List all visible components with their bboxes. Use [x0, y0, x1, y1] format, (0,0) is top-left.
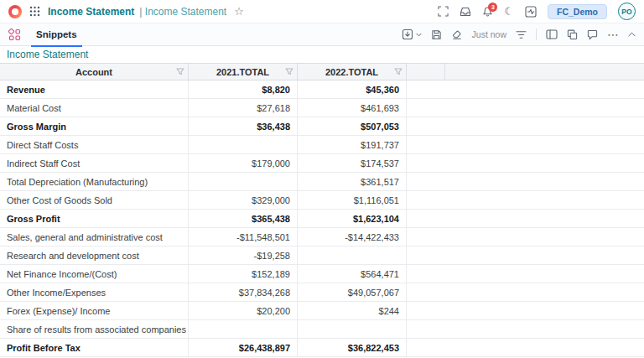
table-row: Research and development cost -$19,258: [0, 246, 644, 265]
account-cell[interactable]: Profit Before Tax: [0, 339, 189, 356]
value-cell-2022[interactable]: $564,471: [298, 265, 407, 283]
income-statement-table: Account 2021.TOTAL 2022.TOTAL Revenue: [0, 64, 644, 357]
account-cell[interactable]: Other Income/Expenses: [0, 283, 189, 301]
value-cell-2021[interactable]: [189, 320, 298, 338]
top-bar: Income Statement | Income Statement ☆ 3: [0, 0, 644, 23]
top-bar-left: Income Statement | Income Statement ☆: [8, 5, 244, 18]
value-cell-2021[interactable]: [189, 173, 298, 190]
value-cell-2021[interactable]: $36,438: [189, 117, 298, 135]
account-cell[interactable]: Total Depreciation (Manufacturing): [0, 173, 189, 190]
filter-lines-icon[interactable]: [516, 30, 527, 39]
column-header-2022[interactable]: 2022.TOTAL: [298, 64, 407, 80]
table-row: Gross Profit $365,438 $1,623,104: [0, 210, 644, 228]
table-row: Indirect Staff Cost $179,000 $174,537: [0, 154, 644, 173]
table-row: Share of results from associated compani…: [0, 320, 644, 339]
filter-funnel-icon[interactable]: [394, 68, 402, 75]
copy-icon[interactable]: [567, 29, 578, 40]
value-cell-2022[interactable]: $36,822,453: [298, 339, 407, 356]
table-row: Sales, general and administrative cost -…: [0, 228, 644, 246]
account-cell[interactable]: Share of results from associated compani…: [0, 320, 189, 338]
filter-funnel-icon[interactable]: [285, 68, 293, 75]
value-cell-2022[interactable]: $1,623,104: [298, 210, 407, 227]
account-cell[interactable]: Other Cost of Goods Sold: [0, 191, 189, 209]
table-row: Forex (Expense)/ Income $20,200 $244: [0, 302, 644, 320]
value-cell-2022[interactable]: $244: [298, 302, 407, 319]
account-cell[interactable]: Revenue: [0, 80, 189, 98]
value-cell-2022[interactable]: $507,053: [298, 117, 407, 135]
value-cell-2022[interactable]: [298, 246, 407, 264]
account-cell[interactable]: Net Finance Income/(Cost): [0, 265, 189, 283]
value-cell-2022[interactable]: -$14,422,433: [298, 228, 407, 246]
tab-snippets[interactable]: Snippets: [31, 23, 82, 46]
save-status-text: Just now: [472, 29, 506, 39]
save-icon[interactable]: [431, 29, 442, 40]
table-header-row: Account 2021.TOTAL 2022.TOTAL: [0, 64, 644, 80]
account-cell[interactable]: Gross Margin: [0, 117, 189, 135]
comment-icon[interactable]: [587, 29, 598, 40]
notifications-bell-icon[interactable]: 3: [482, 6, 493, 18]
value-cell-2022[interactable]: $49,057,067: [298, 283, 407, 301]
account-cell[interactable]: Direct Staff Costs: [0, 136, 189, 153]
value-cell-2022[interactable]: $174,537: [298, 154, 407, 172]
value-cell-2022[interactable]: $361,517: [298, 173, 407, 190]
favorite-star-icon[interactable]: ☆: [234, 6, 244, 17]
user-avatar[interactable]: PO: [618, 3, 636, 20]
value-cell-2021[interactable]: $8,820: [189, 80, 298, 98]
app-logo[interactable]: [8, 5, 22, 18]
value-cell-2021[interactable]: $26,438,897: [189, 339, 298, 356]
apps-grid-icon[interactable]: [29, 6, 40, 17]
eraser-icon[interactable]: [451, 29, 463, 40]
value-cell-2022[interactable]: [298, 320, 407, 338]
account-cell[interactable]: Material Cost: [0, 99, 189, 117]
inbox-icon[interactable]: [460, 6, 471, 17]
column-header-account[interactable]: Account: [0, 64, 189, 80]
value-cell-2021[interactable]: $37,834,268: [189, 283, 298, 301]
page-title: Income Statement: [48, 6, 134, 18]
table-row: Net Finance Income/(Cost) $152,189 $564,…: [0, 265, 644, 283]
environment-button[interactable]: FC_Demo: [548, 4, 607, 19]
account-cell[interactable]: Forex (Expense)/ Income: [0, 302, 189, 319]
notification-badge: 3: [488, 3, 497, 12]
toolbar-actions: Just now: [402, 29, 636, 40]
snippets-icon: [8, 29, 21, 41]
chevron-down-icon: [416, 33, 422, 37]
toolbar: Snippets: [0, 23, 644, 46]
account-cell[interactable]: Gross Profit: [0, 210, 189, 227]
toolbar-divider: [536, 29, 537, 40]
fullscreen-icon[interactable]: [438, 6, 449, 17]
value-cell-2021[interactable]: [189, 136, 298, 153]
top-bar-right: 3 ☾ FC_Demo PO: [438, 3, 636, 20]
column-header-label: Account: [75, 67, 112, 77]
export-dropdown-button[interactable]: [402, 29, 422, 40]
value-cell-2022[interactable]: $191,737: [298, 136, 407, 153]
value-cell-2021[interactable]: $20,200: [189, 302, 298, 319]
value-cell-2021[interactable]: $179,000: [189, 154, 298, 172]
section-title: Income Statement: [0, 46, 644, 64]
column-header-label: 2022.TOTAL: [325, 67, 378, 77]
more-options-icon[interactable]: ⋯: [607, 29, 619, 40]
value-cell-2022[interactable]: $1,116,051: [298, 191, 407, 209]
filter-funnel-icon[interactable]: [176, 68, 184, 75]
app-window: Income Statement | Income Statement ☆ 3: [0, 0, 644, 358]
dark-mode-moon-icon[interactable]: ☾: [504, 6, 514, 17]
collapse-chevron-up-icon[interactable]: [628, 32, 636, 37]
activity-log-icon[interactable]: [525, 6, 537, 18]
value-cell-2021[interactable]: $329,000: [189, 191, 298, 209]
table-row: Profit Before Tax $26,438,897 $36,822,45…: [0, 339, 644, 357]
account-cell[interactable]: Sales, general and administrative cost: [0, 228, 189, 246]
value-cell-2021[interactable]: $152,189: [189, 265, 298, 283]
value-cell-2021[interactable]: $365,438: [189, 210, 298, 227]
column-header-2021[interactable]: 2021.TOTAL: [189, 64, 298, 80]
value-cell-2022[interactable]: $461,693: [298, 99, 407, 117]
layout-panel-icon[interactable]: [546, 29, 558, 39]
value-cell-2022[interactable]: $45,360: [298, 80, 407, 98]
export-icon: [402, 29, 413, 40]
account-cell[interactable]: Indirect Staff Cost: [0, 154, 189, 172]
value-cell-2021[interactable]: $27,618: [189, 99, 298, 117]
header-spacer: [407, 64, 445, 80]
column-header-label: 2021.TOTAL: [216, 67, 269, 77]
account-cell[interactable]: Research and development cost: [0, 246, 189, 264]
value-cell-2021[interactable]: -$19,258: [189, 246, 298, 264]
value-cell-2021[interactable]: -$11,548,501: [189, 228, 298, 246]
table-row: Other Income/Expenses $37,834,268 $49,05…: [0, 283, 644, 302]
